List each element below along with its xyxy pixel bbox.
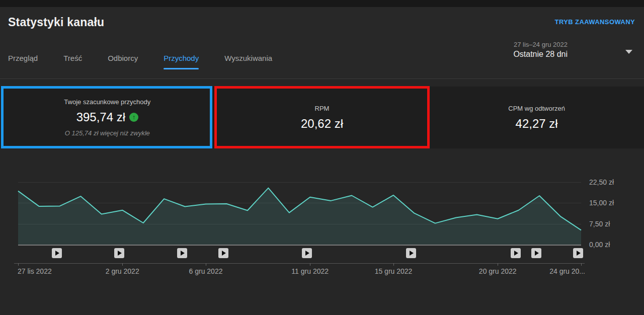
metric-cards-row: Twoje szacunkowe przychody 395,74 zł ↑ O… xyxy=(0,87,644,148)
card-estimated-revenue[interactable]: Twoje szacunkowe przychody 395,74 zł ↑ O… xyxy=(0,87,215,148)
date-range-picker[interactable]: 27 lis–24 gru 2022 Ostatnie 28 dni xyxy=(513,41,568,59)
play-triangle-icon xyxy=(410,251,414,256)
video-marker-play-icon[interactable] xyxy=(511,248,521,258)
play-triangle-icon xyxy=(55,251,59,256)
trend-up-icon: ↑ xyxy=(129,113,138,122)
analytics-header: Statystyki kanału TRYB ZAAWANSOWANY Prze… xyxy=(0,7,644,79)
video-marker-play-icon[interactable] xyxy=(531,248,541,258)
zero-baseline xyxy=(18,245,581,246)
play-triangle-icon xyxy=(118,251,122,256)
active-tab-underline xyxy=(164,68,199,69)
x-axis-tick xyxy=(18,263,19,266)
play-triangle-icon xyxy=(222,251,226,256)
x-axis-label: 20 gru 2022 xyxy=(479,267,517,275)
advanced-mode-link[interactable]: TRYB ZAAWANSOWANY xyxy=(555,18,635,26)
play-triangle-icon xyxy=(514,251,518,256)
date-range-selected: Ostatnie 28 dni xyxy=(513,50,568,59)
tab-tresc[interactable]: Treść xyxy=(63,54,82,69)
video-marker-play-icon[interactable] xyxy=(177,248,187,258)
tab-wyszukiwania[interactable]: Wyszukiwania xyxy=(224,54,272,69)
analytics-tabs: Przegląd Treść Odbiorcy Przychody Wyszuk… xyxy=(8,54,272,69)
card-title: RPM xyxy=(315,105,330,112)
y-axis-label: 0,00 zł xyxy=(589,241,610,249)
x-axis-label: 15 gru 2022 xyxy=(375,267,413,275)
x-axis-line xyxy=(14,263,585,264)
x-axis-label: 2 gru 2022 xyxy=(106,267,139,275)
card-note: O 125,74 zł więcej niż zwykle xyxy=(65,129,150,137)
card-rpm[interactable]: RPM 20,62 zł xyxy=(215,87,430,148)
play-triangle-icon xyxy=(535,251,539,256)
x-axis-tick xyxy=(393,263,394,266)
revenue-chart-section: POKAŻ WIĘCEJ 22,50 zł15,00 zł7,50 zł0,00… xyxy=(0,148,644,315)
card-value: 395,74 zł ↑ xyxy=(76,110,138,124)
x-axis-tick xyxy=(206,263,206,266)
y-axis-label: 7,50 zł xyxy=(589,220,610,228)
revenue-line-chart[interactable] xyxy=(18,148,581,245)
video-marker-play-icon[interactable] xyxy=(218,248,228,258)
x-axis-tick xyxy=(498,263,498,266)
video-marker-play-icon[interactable] xyxy=(52,248,62,258)
y-axis-label: 15,00 zł xyxy=(589,199,614,207)
chart-area-fill xyxy=(18,188,581,245)
date-range-text: 27 lis–24 gru 2022 xyxy=(513,41,568,48)
top-strip xyxy=(0,0,644,7)
card-title: Twoje szacunkowe przychody xyxy=(64,98,150,106)
video-marker-play-icon[interactable] xyxy=(573,248,583,258)
x-axis-label: 27 lis 2022 xyxy=(18,267,52,275)
x-axis-label: 6 gru 2022 xyxy=(189,267,223,275)
chevron-down-icon[interactable] xyxy=(625,50,632,54)
card-value: 42,27 zł xyxy=(516,117,558,131)
x-axis-tick xyxy=(581,263,582,266)
x-axis-label: 24 gru 20... xyxy=(549,267,585,275)
video-marker-play-icon[interactable] xyxy=(114,248,124,258)
x-axis-tick xyxy=(310,263,310,266)
tab-odbiorcy[interactable]: Odbiorcy xyxy=(108,54,138,69)
play-triangle-icon xyxy=(577,251,581,256)
tab-przeglad[interactable]: Przegląd xyxy=(8,54,38,69)
play-triangle-icon xyxy=(181,251,185,256)
card-title: CPM wg odtworzeń xyxy=(508,105,565,112)
video-marker-play-icon[interactable] xyxy=(302,248,312,258)
video-marker-play-icon[interactable] xyxy=(406,248,416,258)
x-axis-label: 11 gru 2022 xyxy=(291,267,329,275)
card-cpm[interactable]: CPM wg odtworzeń 42,27 zł xyxy=(429,87,644,148)
play-triangle-icon xyxy=(305,251,309,256)
y-axis-label: 22,50 zł xyxy=(589,178,614,186)
x-axis-tick xyxy=(122,263,123,266)
tab-przychody[interactable]: Przychody xyxy=(164,54,199,69)
card-value: 20,62 zł xyxy=(301,117,343,131)
page-title: Statystyki kanału xyxy=(8,16,104,29)
